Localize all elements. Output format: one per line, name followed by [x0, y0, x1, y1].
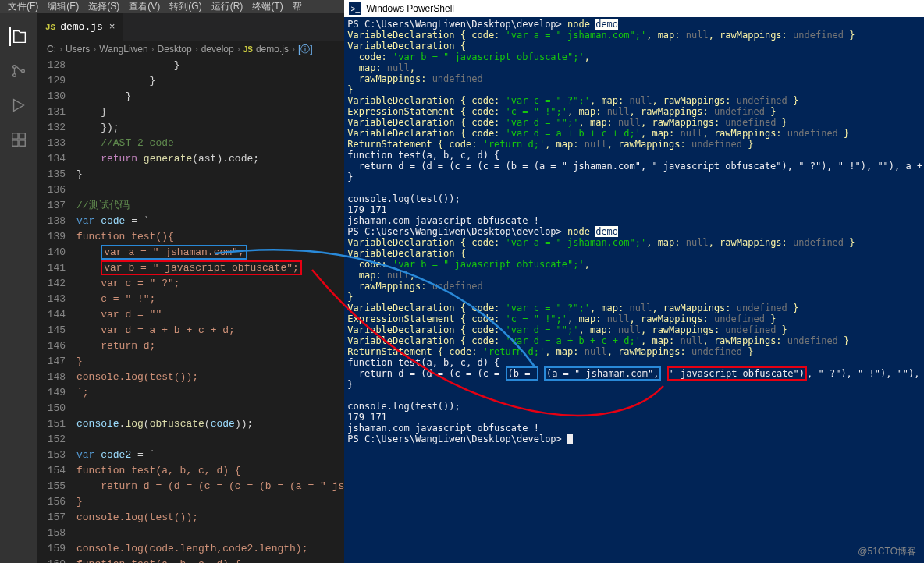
- menu-goto[interactable]: 转到(G): [165, 0, 206, 13]
- menubar[interactable]: 文件(F) 编辑(E) 选择(S) 查看(V) 转到(G) 运行(R) 终端(T…: [0, 0, 344, 13]
- menu-help[interactable]: 帮: [288, 0, 307, 13]
- menu-view[interactable]: 查看(V): [124, 0, 165, 13]
- svg-point-0: [13, 66, 16, 69]
- js-file-icon: JS: [45, 23, 55, 32]
- close-icon[interactable]: ×: [109, 21, 116, 33]
- editor-tabs: JS demo.js ×: [37, 13, 344, 41]
- js-file-icon: JS: [243, 45, 253, 54]
- svg-rect-4: [20, 133, 25, 139]
- powershell-titlebar[interactable]: >_ Windows PowerShell: [344, 0, 924, 17]
- menu-run[interactable]: 运行(R): [207, 0, 248, 13]
- editor[interactable]: 128 129 130 131 132 133 134 135 136 137 …: [37, 58, 344, 563]
- svg-point-2: [22, 69, 25, 73]
- svg-rect-3: [12, 133, 18, 139]
- code-content[interactable]: } } } } }); //AST 2 code return generate…: [76, 58, 344, 563]
- svg-rect-6: [20, 140, 25, 146]
- line-gutter: 128 129 130 131 132 133 134 135 136 137 …: [37, 58, 76, 563]
- source-control-icon[interactable]: [9, 62, 28, 80]
- explorer-icon[interactable]: [9, 27, 28, 46]
- svg-rect-5: [12, 140, 18, 146]
- breadcrumbs[interactable]: C:› Users› WangLiwen› Desktop› develop› …: [37, 41, 344, 58]
- extensions-icon[interactable]: [9, 130, 28, 149]
- symbol-icon: [ⓘ]: [298, 43, 313, 56]
- run-debug-icon[interactable]: [9, 96, 28, 115]
- vscode-panel: 文件(F) 编辑(E) 选择(S) 查看(V) 转到(G) 运行(R) 终端(T…: [0, 0, 344, 563]
- tab-label: demo.js: [60, 21, 103, 33]
- powershell-output[interactable]: PS C:\Users\WangLiwen\Desktop\develop> n…: [344, 17, 924, 563]
- menu-edit[interactable]: 编辑(E): [43, 0, 84, 13]
- powershell-icon: >_: [349, 2, 361, 15]
- powershell-panel: >_ Windows PowerShell PS C:\Users\WangLi…: [344, 0, 924, 563]
- svg-point-1: [13, 74, 16, 77]
- menu-file[interactable]: 文件(F): [3, 0, 43, 13]
- menu-terminal[interactable]: 终端(T): [247, 0, 287, 13]
- powershell-title: Windows PowerShell: [366, 3, 454, 14]
- watermark: @51CTO博客: [858, 545, 916, 558]
- menu-select[interactable]: 选择(S): [84, 0, 124, 13]
- tab-demo-js[interactable]: JS demo.js ×: [37, 13, 123, 41]
- activity-bar: [0, 13, 37, 563]
